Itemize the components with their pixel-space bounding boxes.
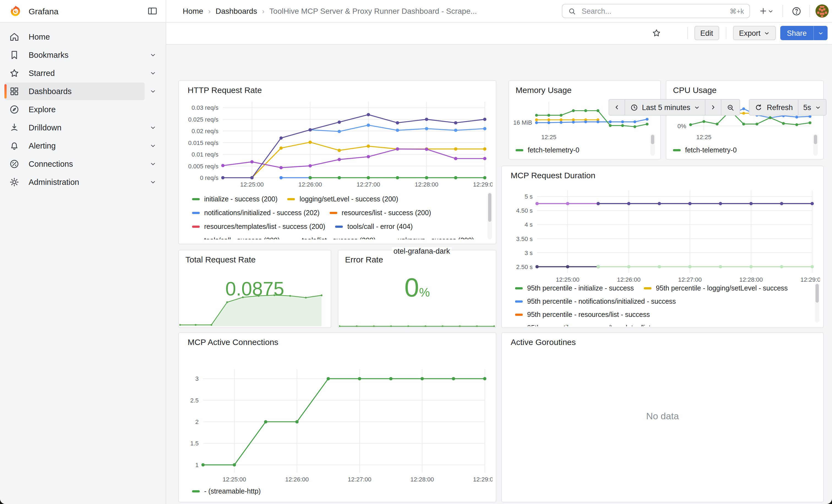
help-icon[interactable] (788, 3, 804, 19)
time-forward-button[interactable] (706, 100, 722, 115)
breadcrumb-home[interactable]: Home (183, 7, 203, 16)
sidebar-link-dashboards[interactable]: Dashboards (4, 82, 145, 100)
avatar[interactable] (815, 4, 829, 18)
legend-item[interactable]: resources/templates/list - success (200) (192, 222, 325, 230)
svg-text:12:28:00: 12:28:00 (415, 181, 439, 188)
panel-title[interactable]: HTTP Request Rate (188, 85, 262, 95)
legend-item[interactable]: tools/call - error (404) (335, 222, 413, 230)
sidebar-link-administration[interactable]: Administration (4, 173, 145, 191)
chevron-down-icon[interactable] (145, 174, 161, 190)
sidebar-link-starred[interactable]: Starred (4, 64, 145, 82)
svg-text:2.50 s: 2.50 s (516, 264, 532, 270)
sidebar-link-home[interactable]: Home (4, 28, 161, 46)
legend-series-color (192, 198, 200, 200)
refresh-interval-picker[interactable]: 5s (798, 100, 826, 115)
legend-item[interactable]: resources/list - success (200) (330, 209, 431, 216)
chevron-down-icon[interactable] (145, 120, 161, 136)
mcp-active-connections-chart[interactable]: 11.522.5312:25:0012:26:0012:27:0012:28:0… (183, 353, 493, 484)
legend-scrollbar[interactable] (650, 134, 655, 156)
export-button[interactable]: Export (733, 26, 776, 40)
edit-button[interactable]: Edit (694, 26, 719, 40)
dock-menu-icon[interactable] (145, 3, 160, 19)
sidebar-link-alerting[interactable]: Alerting (4, 137, 145, 155)
legend-series-label: resources/list - success (200) (342, 209, 431, 216)
legend-series-label: unknown - success (200) (397, 236, 474, 239)
star-dashboard-button[interactable] (649, 25, 664, 41)
breadcrumb-dashboards[interactable]: Dashboards (215, 7, 257, 16)
svg-text:0.025 req/s: 0.025 req/s (188, 116, 218, 123)
add-new-button[interactable] (755, 3, 777, 19)
legend-scrollbar[interactable] (815, 283, 820, 322)
brand-name: Grafana (29, 6, 138, 16)
panel-mcp-active-connections: MCP Active Connections 11.522.5312:25:00… (178, 332, 496, 502)
panel-title[interactable]: CPU Usage (673, 85, 717, 95)
legend-item[interactable]: fetch-telemetry-0 (673, 147, 737, 154)
legend-item[interactable]: notifications/initialized - success (202… (192, 209, 320, 216)
zoom-out-button[interactable] (722, 100, 740, 115)
chart-legend: fetch-telemetry-0 (673, 145, 810, 157)
sidebar-link-explore[interactable]: Explore (4, 101, 161, 118)
chevron-down-icon[interactable] (145, 47, 161, 63)
legend-item[interactable]: - (streamable-http) (192, 487, 261, 495)
panel-mcp-request-duration: MCP Request Duration 2.50 s3 s3.50 s4 s4… (501, 166, 824, 328)
share-menu-button[interactable] (813, 26, 828, 40)
chevron-down-icon[interactable] (145, 156, 161, 172)
legend-item[interactable]: logging/setLevel - success (200) (287, 195, 398, 203)
legend-item[interactable]: 95th percentile - logging/setLevel - suc… (644, 285, 788, 292)
search-shortcut: ⌘+k (730, 7, 744, 15)
svg-text:0.02 req/s: 0.02 req/s (191, 128, 218, 135)
svg-text:0.005 req/s: 0.005 req/s (188, 163, 218, 170)
dashboard-canvas: Last 5 minutes Refresh 5s (166, 44, 832, 504)
panel-title[interactable]: MCP Active Connections (188, 337, 279, 347)
legend-item[interactable]: unknown - success (200) (386, 236, 474, 239)
legend-scrollbar[interactable] (813, 134, 818, 156)
svg-text:4.50 s: 4.50 s (516, 207, 532, 214)
legend-item[interactable]: 95th percentile - notifications/initiali… (515, 298, 676, 306)
grafana-logo[interactable] (9, 4, 22, 18)
legend-item[interactable]: tools/list - success (200) (290, 236, 375, 239)
time-range-label: Last 5 minutes (642, 103, 690, 111)
chevron-down-icon[interactable] (145, 65, 161, 81)
home-icon (9, 31, 20, 43)
mcp-request-duration-chart[interactable]: 2.50 s3 s3.50 s4 s4.50 s5 s12:25:0012:26… (506, 185, 820, 286)
panel-title[interactable]: Active Goroutines (511, 337, 576, 347)
refresh-button[interactable]: Refresh (750, 100, 799, 115)
brand-section: Grafana (0, 0, 166, 22)
sidebar-link-drilldown[interactable]: Drilldown (4, 119, 145, 136)
svg-text:12:25:00: 12:25:00 (223, 476, 246, 483)
sidebar-link-connections[interactable]: Connections (4, 155, 145, 173)
search-input[interactable] (580, 6, 725, 16)
chevron-down-icon[interactable] (145, 137, 161, 154)
http-request-rate-chart[interactable]: 0 req/s0.005 req/s0.01 req/s0.015 req/s0… (183, 97, 493, 190)
legend-item[interactable]: fetch-telemetry-0 (516, 147, 579, 154)
legend-series-label: - (streamable-http) (204, 487, 261, 495)
legend-series-color (515, 300, 523, 302)
sidebar-item-label: Administration (29, 178, 79, 187)
legend-item[interactable]: initialize - success (200) (192, 195, 278, 203)
search-input-wrap[interactable]: ⌘+k (562, 4, 750, 18)
sidebar-link-bookmarks[interactable]: Bookmarks (4, 46, 145, 64)
panel-error-rate: Error Rate otel-grafana-dark 0% (338, 250, 496, 328)
legend-item[interactable]: 95th percentile - resources/list - succe… (515, 311, 650, 319)
legend-series-color (644, 287, 651, 289)
panel-title[interactable]: MCP Request Duration (511, 170, 595, 180)
sidebar-item-label: Starred (29, 69, 55, 78)
legend-item[interactable]: tools/call - success (200) (192, 236, 280, 239)
svg-text:12:29:00: 12:29:00 (473, 181, 493, 188)
sidebar-item-starred: Starred (4, 64, 161, 82)
grafana-app: Grafana Home › Dashboards › ToolHive MCP… (0, 0, 832, 504)
svg-text:0 req/s: 0 req/s (200, 175, 218, 181)
time-range-picker[interactable]: Last 5 minutes (625, 100, 706, 115)
svg-text:0.03 req/s: 0.03 req/s (191, 104, 218, 111)
chart-legend: - (streamable-http) (192, 486, 483, 498)
breadcrumb-separator: › (262, 7, 264, 15)
compass-icon (9, 104, 20, 115)
breadcrumb-current[interactable]: ToolHive MCP Server & Proxy Runner Dashb… (269, 7, 477, 16)
legend-scrollbar[interactable] (488, 192, 492, 239)
legend-item[interactable]: 95th percentile - initialize - success (515, 285, 634, 292)
time-back-button[interactable] (609, 100, 625, 115)
chevron-down-icon[interactable] (145, 83, 161, 100)
panel-title[interactable]: Memory Usage (516, 85, 571, 95)
legend-item[interactable]: 95th percentile - resources/templates/li… (515, 324, 681, 326)
share-button[interactable]: Share (780, 26, 813, 40)
